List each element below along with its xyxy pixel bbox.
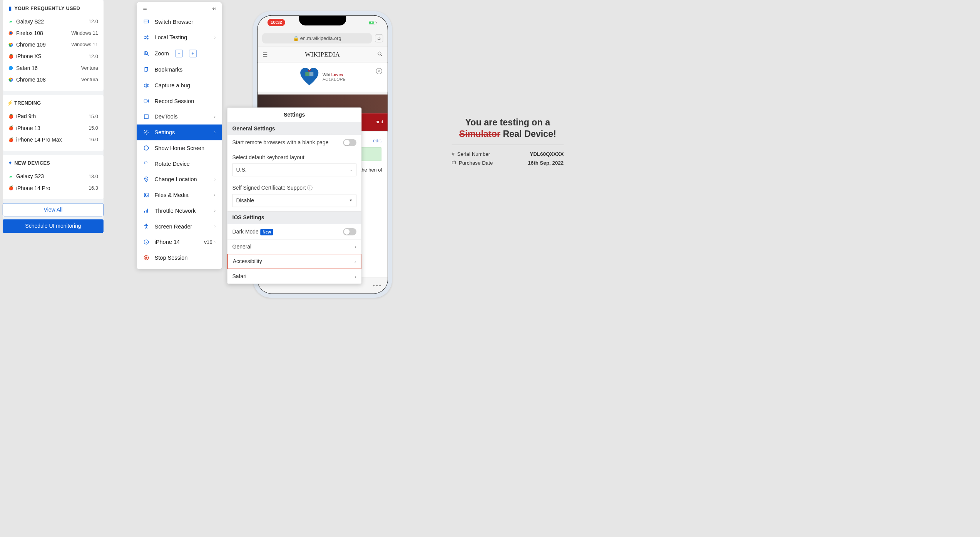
svg-point-25 [145, 132, 147, 133]
local-testing-item[interactable]: Local Testing› [137, 30, 222, 45]
devtools-item[interactable]: DevTools› [137, 109, 222, 125]
keyboard-label: Select default keyboard layout [232, 154, 356, 160]
device-row[interactable]: 🍎iPhone 1315.0 [8, 122, 98, 134]
svg-line-21 [144, 86, 145, 87]
info-icon[interactable]: ⓘ [307, 185, 313, 191]
zoom-icon [143, 50, 149, 57]
device-meta: 12.0 [89, 53, 98, 59]
banner-text: Wiki Loves FOLKLORE [323, 73, 346, 82]
device-info-item[interactable]: iPhone 14v16› [137, 234, 222, 250]
svg-point-33 [146, 224, 147, 225]
svg-point-29 [145, 194, 146, 195]
device-name: iPhone 14 Pro [16, 185, 50, 191]
chevron-right-icon: › [355, 244, 356, 249]
svg-rect-49 [309, 72, 313, 76]
apple-icon: 🍎 [8, 137, 13, 142]
chevron-right-icon: › [355, 274, 356, 279]
zoom-in-button[interactable]: + [189, 50, 197, 57]
serial-row: #Serial Number YDL60QXXXX [452, 150, 564, 158]
close-banner-icon[interactable]: ✕ [376, 68, 382, 74]
home-screen-item[interactable]: Show Home Screen [137, 140, 222, 156]
serial-value: YDL60QXXXX [530, 151, 564, 157]
device-version: v16› [204, 239, 216, 245]
throttle-network-item[interactable]: Throttle Network› [137, 203, 222, 218]
purchase-row: Purchase Date 16th Sep, 2022 [452, 158, 564, 167]
purchase-value: 16th Sep, 2022 [528, 160, 564, 166]
accessibility-link[interactable]: Accessibility› [227, 254, 361, 269]
wikipedia-header: ☰ WIKIPEDIA [258, 47, 388, 62]
toolbar-label: Switch Browser [155, 18, 193, 25]
svg-line-19 [144, 84, 145, 85]
record-session-item[interactable]: Record Session [137, 93, 222, 109]
svg-rect-50 [452, 161, 456, 164]
devtools-icon [143, 113, 149, 120]
rotate-icon [143, 160, 149, 167]
safari-icon [8, 65, 13, 71]
collapse-icon[interactable] [211, 6, 216, 12]
settings-item[interactable]: Settings› [137, 125, 222, 140]
stop-icon [143, 254, 149, 261]
device-row[interactable]: Firefox 108Windows 11 [8, 27, 98, 39]
search-icon[interactable] [377, 51, 383, 57]
device-row[interactable]: 🍎iPhone XS12.0 [8, 51, 98, 62]
wiki-banner[interactable]: Wiki Loves FOLKLORE ✕ [258, 63, 388, 92]
general-link[interactable]: General› [227, 239, 361, 254]
dark-mode-toggle[interactable] [343, 228, 356, 235]
files-media-item[interactable]: Files & Media› [137, 187, 222, 203]
share-icon[interactable] [375, 34, 383, 42]
info-icon [143, 238, 149, 245]
dark-mode-label: Dark ModeNew [232, 228, 273, 235]
capture-bug-item[interactable]: Capture a bug [137, 77, 222, 93]
zoom-out-button[interactable]: − [175, 50, 183, 57]
android-icon: ▰ [8, 174, 13, 179]
hamburger-icon[interactable]: ☰ [263, 51, 268, 58]
switch-browser-item[interactable]: Switch Browser [137, 14, 222, 30]
dropdown-arrow-icon: ▼ [349, 198, 353, 202]
svg-rect-31 [146, 210, 147, 212]
drag-handle-icon[interactable] [142, 6, 148, 12]
stop-session-item[interactable]: Stop Session [137, 250, 222, 266]
rotate-device-item[interactable]: Rotate Device [137, 156, 222, 172]
schedule-monitoring-button[interactable]: Schedule UI monitoring [3, 219, 104, 233]
screen-reader-item[interactable]: Screen Reader› [137, 218, 222, 234]
device-row[interactable]: ▰Galaxy S2212.0 [8, 16, 98, 27]
svg-rect-23 [144, 100, 147, 102]
cert-row: Self Signed Certificate Support ⓘ Disabl… [227, 180, 361, 211]
device-row[interactable]: Chrome 109Windows 11 [8, 39, 98, 50]
cert-select[interactable]: Disable▼ [232, 194, 356, 207]
device-row[interactable]: 🍎iPhone 14 Pro Max16.0 [8, 134, 98, 145]
device-name: Galaxy S23 [16, 173, 44, 179]
gear-icon [143, 129, 149, 135]
more-icon[interactable] [373, 285, 381, 286]
device-row[interactable]: 🍎iPhone 14 Pro16.3 [8, 182, 98, 194]
device-row[interactable]: 🍎iPad 9th15.0 [8, 111, 98, 122]
keyboard-select[interactable]: U.S.⌄ [232, 163, 356, 176]
session-toolbar: Switch Browser Local Testing› Zoom−+ Boo… [137, 2, 222, 269]
device-name: iPad 9th [16, 113, 36, 119]
apple-icon: 🍎 [8, 125, 13, 131]
view-all-button[interactable]: View All [3, 203, 104, 216]
edit-link[interactable]: edit. [373, 138, 382, 143]
bookmarks-item[interactable]: Bookmarks [137, 62, 222, 78]
device-row[interactable]: Chrome 108Ventura [8, 74, 98, 85]
wikipedia-logo[interactable]: WIKIPEDIA [305, 51, 340, 58]
blank-page-toggle[interactable] [343, 139, 356, 146]
svg-point-26 [144, 146, 148, 150]
toolbar-label: Bookmarks [155, 67, 183, 73]
band-text: and [376, 119, 383, 124]
safari-link[interactable]: Safari› [227, 269, 361, 284]
svg-rect-48 [305, 72, 309, 76]
device-row[interactable]: Safari 16Ventura [8, 62, 98, 74]
bolt-icon: ⚡ [8, 101, 12, 105]
device-row[interactable]: ▰Galaxy S2313.0 [8, 170, 98, 182]
toolbar-label: Zoom [155, 50, 169, 57]
change-location-item[interactable]: Change Location› [137, 172, 222, 187]
url-field[interactable]: 🔒 en.m.wikipedia.org [262, 33, 372, 43]
trending-header: ⚡ TRENDING [8, 100, 98, 106]
general-settings-header: General Settings [227, 122, 361, 135]
cert-label: Self Signed Certificate Support ⓘ [232, 184, 356, 192]
accessibility-icon [143, 223, 149, 230]
frequently-used-card: ▮ YOUR FREQUENTLY USED ▰Galaxy S2212.0 F… [3, 0, 104, 91]
chevron-right-icon: › [214, 177, 215, 182]
chevron-right-icon: › [214, 193, 215, 197]
